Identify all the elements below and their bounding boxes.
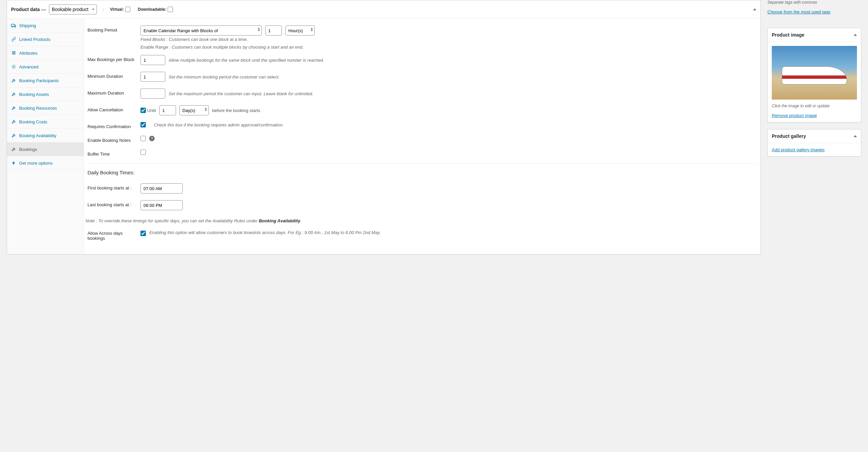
requires-confirmation-checkbox[interactable] [141,122,146,127]
buffer-time-label: Buffer Time [88,150,141,157]
virtual-label: Virtual: [110,7,124,12]
wrench-icon [11,133,17,138]
booking-period-hint-range: Enable Range : Customers can book multip… [88,44,757,52]
first-booking-label: First booking starts at : [88,183,141,190]
cancellation-unit-select[interactable]: Day(s) [179,105,209,115]
across-days-label: Allow Across days bookings [88,230,141,241]
enable-notes-label: Enable Booking Notes [88,136,141,143]
bolt-icon [11,160,17,165]
collapse-panel-toggle[interactable] [753,8,756,10]
product-gallery-title: Product gallery [772,133,806,139]
svg-rect-4 [12,53,16,53]
product-data-header: Product data — Bookable product | Virtua… [7,0,761,19]
product-data-tabs: Shipping Linked Products Attributes Adva… [7,19,84,254]
until-text: Until [147,108,156,113]
tab-linked-products[interactable]: Linked Products [7,32,84,46]
chevron-up-icon[interactable] [854,135,857,137]
last-booking-input[interactable] [141,200,183,210]
product-type-select[interactable]: Bookable product [49,4,97,14]
wrench-icon [11,78,17,83]
svg-rect-3 [12,51,16,52]
help-icon[interactable]: ? [149,136,155,141]
tab-booking-participants[interactable]: Booking Participants [7,74,84,88]
requires-confirmation-hint: Check this box if the booking requires a… [154,122,284,127]
list-icon [11,50,17,56]
right-sidebar: Separate tags with commas Choose from th… [768,0,861,157]
first-booking-input[interactable] [141,183,183,193]
bookings-settings-content: Booking Period Enable Calendar Range wit… [84,19,761,254]
tab-booking-costs[interactable]: Booking Costs [7,115,84,129]
remove-product-image-link[interactable]: Remove product image [772,113,817,118]
tab-booking-assets[interactable]: Booking Assets [7,88,84,101]
downloadable-checkbox[interactable] [167,7,173,12]
downloadable-label: Downloadable: [138,7,166,12]
max-duration-label: Maximum Duration [88,89,141,96]
product-data-panel: Product data — Bookable product | Virtua… [7,0,761,254]
across-days-checkbox[interactable] [141,231,146,236]
wrench-icon [11,92,17,97]
max-bookings-input[interactable] [141,55,165,65]
chevron-up-icon [753,8,756,10]
panel-title: Product data [11,7,40,12]
svg-point-2 [15,27,16,28]
svg-point-1 [12,27,13,28]
svg-rect-5 [12,54,16,54]
tags-metabox-partial: Separate tags with commas Choose from th… [768,0,861,21]
last-booking-label: Last booking starts at : [88,200,141,207]
product-image-metabox: Product image Click the image to edit or… [768,28,861,122]
across-days-hint: Enabling this option will allow customer… [149,230,757,235]
wrench-icon [11,105,17,111]
chevron-up-icon[interactable] [854,34,857,36]
enable-notes-checkbox[interactable] [141,136,146,141]
requires-confirmation-label: Requires Confirmation [88,122,141,129]
wrench-icon [11,119,17,124]
daily-booking-times-heading: Daily Booking Times: [88,170,757,175]
product-image-hint: Click the image to edit or update [772,103,857,108]
max-bookings-hint: Allow multiple bookings for the same blo… [168,58,324,63]
max-duration-hint: Set the maximum period the customer can … [168,91,313,96]
product-image-title: Product image [772,32,804,37]
product-image-preview[interactable] [772,46,857,99]
max-duration-input[interactable] [141,89,165,98]
max-bookings-label: Max Bookings per Block [88,55,141,62]
svg-point-6 [13,66,14,67]
min-duration-input[interactable] [141,72,165,82]
tab-shipping[interactable]: Shipping [7,19,84,32]
availability-note: Note : To override these timings for spe… [86,218,757,223]
booking-period-value-input[interactable] [265,26,282,35]
booking-period-unit-select[interactable]: Hour(s) [285,26,315,35]
tab-booking-availability[interactable]: Booking Availability [7,129,84,143]
tab-advanced[interactable]: Advanced [7,60,84,74]
allow-cancellation-checkbox[interactable] [141,108,146,113]
gear-icon [11,64,17,69]
link-icon [11,36,17,42]
choose-tags-link[interactable]: Choose from the most used tags [768,9,831,14]
allow-cancellation-label: Allow Cancellation [88,105,141,112]
booking-period-label: Booking Period [88,26,141,32]
product-gallery-metabox: Product gallery Add product gallery imag… [768,129,861,157]
booking-period-select[interactable]: Enable Calendar Range with Blocks of [141,26,262,35]
tab-get-more-options[interactable]: Get more options [7,156,84,170]
tags-hint: Separate tags with commas [768,0,861,5]
virtual-checkbox[interactable] [125,7,130,12]
buffer-time-checkbox[interactable] [141,150,146,155]
min-duration-label: Minimum Duration [88,72,141,79]
truck-icon [11,23,17,28]
tab-booking-resources[interactable]: Booking Resources [7,101,84,115]
svg-rect-0 [11,24,14,27]
add-gallery-images-link[interactable]: Add product gallery images [772,147,825,152]
tab-bookings[interactable]: Bookings [7,143,84,156]
cancellation-suffix: before the booking starts [212,108,260,113]
wrench-icon [11,147,17,152]
tab-attributes[interactable]: Attributes [7,46,84,60]
booking-period-hint-fixed: Fixed Blocks : Customers can book one bl… [88,36,757,44]
boat-image [782,66,846,85]
cancellation-value-input[interactable] [159,105,176,115]
min-duration-hint: Set the minimum booking period the custo… [168,74,280,80]
